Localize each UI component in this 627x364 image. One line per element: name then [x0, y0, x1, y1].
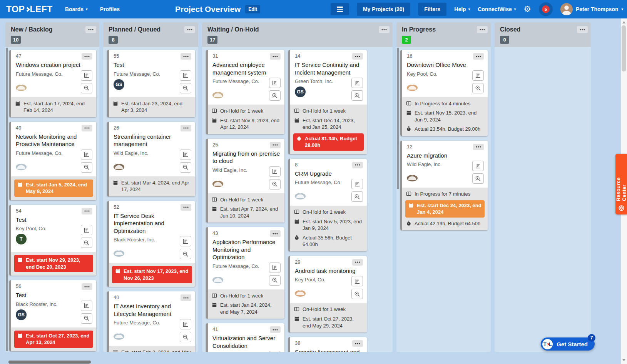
- zoom-in-button[interactable]: [269, 90, 281, 101]
- zoom-in-button[interactable]: [269, 275, 281, 286]
- nav-connectwise-menu[interactable]: ConnectWise ▾: [478, 6, 516, 12]
- nav-boards-menu[interactable]: Boards ▾: [65, 6, 88, 12]
- assignee-avatar[interactable]: T: [16, 234, 27, 244]
- edit-board-button[interactable]: Edit: [245, 5, 260, 13]
- project-card[interactable]: 52 IT Service Desk Implementation and Op…: [107, 201, 195, 287]
- filters-button[interactable]: Filters: [418, 3, 446, 16]
- zoom-in-button[interactable]: [351, 191, 363, 202]
- project-card[interactable]: 26 Streamlining container management Wil…: [107, 122, 195, 196]
- vertical-scrollbar-thumb[interactable]: [622, 25, 626, 71]
- my-projects-button[interactable]: My Projects (20): [357, 3, 410, 16]
- zoom-in-button[interactable]: [180, 249, 191, 259]
- gantt-chart-button[interactable]: [269, 78, 281, 88]
- zoom-in-button[interactable]: [472, 173, 484, 184]
- horizontal-scrollbar-thumb[interactable]: [8, 361, 91, 364]
- project-card[interactable]: 47 Windows creation project Future Messa…: [9, 50, 96, 117]
- assignee-avatar[interactable]: [212, 181, 223, 187]
- card-menu-button[interactable]: [82, 125, 92, 131]
- zoom-in-button[interactable]: [351, 289, 363, 299]
- assignee-avatar[interactable]: [114, 250, 124, 257]
- column-scrollbar[interactable]: [495, 47, 498, 352]
- card-menu-button[interactable]: [181, 204, 191, 211]
- zoom-in-button[interactable]: [180, 162, 191, 173]
- card-menu-button[interactable]: [181, 294, 191, 301]
- gantt-chart-button[interactable]: [472, 161, 484, 171]
- project-card[interactable]: 38 Security Assessment and Remediation F…: [288, 337, 367, 352]
- card-menu-button[interactable]: [82, 53, 92, 60]
- column-scrollbar-thumb[interactable]: [6, 48, 8, 351]
- project-card[interactable]: 56 Test Black Rooster, Inc. GS: [9, 280, 96, 351]
- card-menu-button[interactable]: [181, 125, 191, 131]
- project-card[interactable]: 16 Downtown Office Move Key Pool, Co.: [400, 50, 488, 136]
- assignee-avatar[interactable]: GS: [114, 79, 124, 90]
- nav-help-menu[interactable]: Help ▾: [454, 6, 470, 12]
- gantt-chart-button[interactable]: [269, 166, 281, 177]
- assignee-avatar[interactable]: [114, 333, 124, 340]
- project-card[interactable]: 29 Android task monitoring Key Pool, Co.: [288, 256, 367, 332]
- column-scrollbar[interactable]: [5, 47, 8, 352]
- project-card[interactable]: 54 Test Key Pool, Co. T: [9, 205, 96, 276]
- zoom-in-button[interactable]: [81, 313, 92, 324]
- scroll-down-arrow-icon[interactable]: [622, 359, 625, 361]
- gantt-chart-button[interactable]: [81, 70, 92, 81]
- zoom-in-button[interactable]: [81, 83, 92, 93]
- assignee-avatar[interactable]: [407, 85, 418, 91]
- card-menu-button[interactable]: [82, 283, 92, 290]
- swimlane-menu-button[interactable]: [331, 3, 349, 15]
- user-menu[interactable]: Peter Thompson ▾: [560, 3, 623, 15]
- column-scrollbar[interactable]: [396, 47, 400, 352]
- project-card[interactable]: 31 Advanced employee management system F…: [206, 50, 284, 134]
- assignee-avatar[interactable]: [295, 290, 306, 297]
- gantt-chart-button[interactable]: [180, 319, 191, 329]
- gantt-chart-button[interactable]: [81, 150, 92, 160]
- project-card[interactable]: 12 Azure migration Wild Eagle, Inc.: [400, 141, 488, 231]
- project-card[interactable]: 8 CRM Upgrade Future Message, Co.: [288, 159, 367, 251]
- gantt-chart-button[interactable]: [81, 225, 92, 235]
- assignee-avatar[interactable]: [407, 175, 418, 181]
- column-menu-button[interactable]: [85, 26, 96, 33]
- card-menu-button[interactable]: [270, 53, 281, 60]
- column-menu-button[interactable]: [477, 26, 488, 33]
- assignee-avatar[interactable]: [16, 85, 27, 91]
- card-menu-button[interactable]: [181, 53, 191, 60]
- zoom-in-button[interactable]: [351, 90, 363, 101]
- project-card[interactable]: 25 Migrating from on-premise to cloud Wi…: [206, 139, 284, 223]
- column-menu-button[interactable]: [184, 26, 195, 33]
- column-scrollbar[interactable]: [202, 47, 205, 352]
- gantt-chart-button[interactable]: [351, 276, 363, 286]
- card-menu-button[interactable]: [352, 162, 363, 168]
- assignee-avatar[interactable]: [212, 277, 223, 283]
- zoom-in-button[interactable]: [472, 83, 484, 93]
- gantt-chart-button[interactable]: [472, 70, 484, 81]
- zoom-in-button[interactable]: [81, 238, 92, 248]
- settings-gear-icon[interactable]: ⚙: [523, 5, 531, 13]
- project-card[interactable]: 55 Test Future Message, Co. GS: [107, 50, 195, 117]
- column-menu-button[interactable]: [577, 26, 588, 33]
- column-menu-button[interactable]: [379, 26, 390, 33]
- assignee-avatar[interactable]: GS: [16, 309, 27, 320]
- horizontal-scrollbar[interactable]: [0, 360, 621, 364]
- card-menu-button[interactable]: [352, 340, 363, 347]
- zoom-in-button[interactable]: [81, 162, 92, 173]
- notifications-button[interactable]: 5: [539, 2, 553, 16]
- assignee-avatar[interactable]: GS: [295, 86, 306, 97]
- column-scrollbar-thumb[interactable]: [397, 48, 399, 189]
- gantt-chart-button[interactable]: [269, 263, 281, 273]
- zoom-in-button[interactable]: [180, 332, 191, 342]
- card-menu-button[interactable]: [270, 326, 281, 333]
- resource-center-tab[interactable]: Resource Center: [615, 154, 627, 214]
- zoom-in-button[interactable]: [269, 179, 281, 189]
- scroll-up-arrow-icon[interactable]: [622, 21, 625, 23]
- gantt-chart-button[interactable]: [180, 150, 191, 160]
- card-menu-button[interactable]: [270, 142, 281, 148]
- assignee-avatar[interactable]: [114, 164, 124, 170]
- assignee-avatar[interactable]: [295, 193, 306, 199]
- card-menu-button[interactable]: [270, 230, 281, 237]
- project-card[interactable]: 49 Network Monitoring and Proactive Main…: [9, 122, 96, 200]
- gantt-chart-button[interactable]: [269, 351, 281, 352]
- zoom-in-button[interactable]: [180, 83, 191, 93]
- card-menu-button[interactable]: [473, 144, 484, 150]
- gantt-chart-button[interactable]: [81, 301, 92, 311]
- gantt-chart-button[interactable]: [351, 78, 363, 88]
- topleft-logo[interactable]: TOP LEFT: [6, 4, 53, 15]
